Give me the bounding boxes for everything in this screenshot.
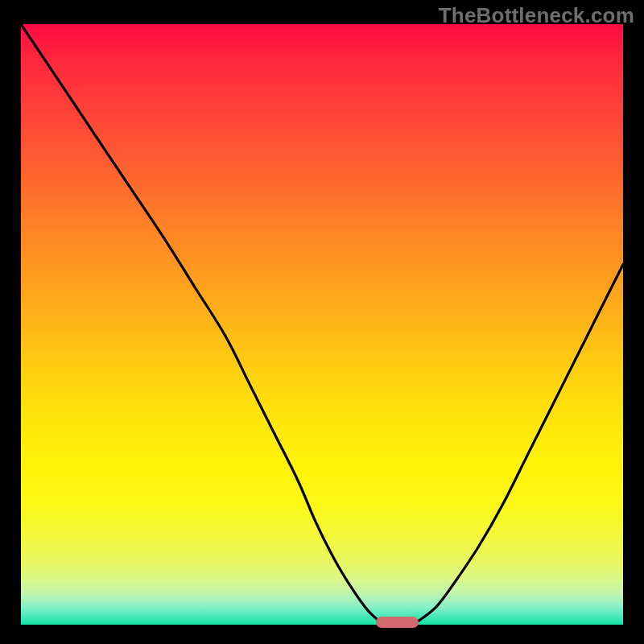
bottleneck-curve <box>21 24 623 625</box>
watermark-text: TheBottleneck.com <box>439 3 634 28</box>
chart-frame: TheBottleneck.com <box>0 0 644 644</box>
bottleneck-marker <box>376 617 418 628</box>
plot-area <box>21 24 623 625</box>
